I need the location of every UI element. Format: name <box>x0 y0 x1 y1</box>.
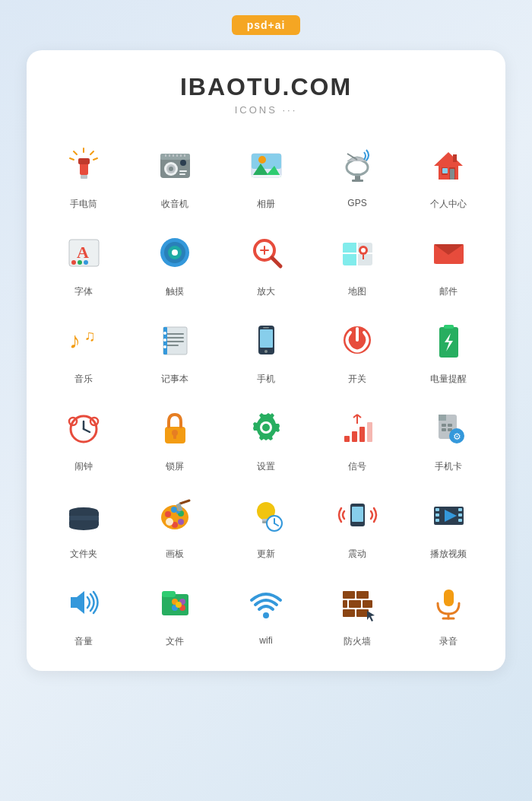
svg-rect-134 <box>435 519 439 522</box>
icon-item-vibrate: 震动 <box>315 488 399 561</box>
svg-rect-1 <box>78 158 90 164</box>
icon-label-signal: 信号 <box>348 460 366 473</box>
svg-point-42 <box>84 260 88 265</box>
svg-point-112 <box>69 523 98 530</box>
icon-item-phone: 手机 <box>224 313 308 386</box>
svg-line-5 <box>90 151 93 154</box>
svg-text:♪: ♪ <box>69 328 81 353</box>
svg-point-41 <box>78 260 82 265</box>
icon-label-radio: 收音机 <box>161 198 188 211</box>
icon-item-touch: 触摸 <box>133 226 217 298</box>
icon-label-font: 字体 <box>74 285 93 298</box>
svg-rect-151 <box>349 600 361 608</box>
svg-point-148 <box>263 612 269 618</box>
svg-point-73 <box>163 345 166 348</box>
icon-label-vibrate: 震动 <box>348 548 366 561</box>
svg-point-24 <box>258 156 266 164</box>
svg-rect-11 <box>169 154 170 157</box>
icon-item-firewall: 防火墙 <box>315 576 399 648</box>
icon-label-profile: 个人中心 <box>430 198 467 211</box>
icon-label-power: 开关 <box>348 373 366 386</box>
icon-item-map: 地图 <box>315 226 399 298</box>
icon-label-map: 地图 <box>348 285 366 298</box>
svg-rect-37 <box>442 168 448 173</box>
svg-marker-32 <box>434 152 463 180</box>
svg-point-72 <box>163 339 166 342</box>
svg-point-119 <box>166 518 173 526</box>
svg-line-7 <box>93 158 97 160</box>
svg-rect-99 <box>367 422 372 442</box>
svg-point-92 <box>262 424 270 431</box>
svg-rect-27 <box>252 175 281 177</box>
main-card: IBAOTU.COM ICONS ··· 手电筒 <box>27 50 505 671</box>
svg-rect-137 <box>458 519 462 522</box>
svg-rect-152 <box>363 600 372 608</box>
svg-rect-90 <box>173 434 176 439</box>
icon-item-volume: 音量 <box>42 576 125 648</box>
svg-point-71 <box>163 332 166 335</box>
svg-rect-154 <box>343 609 355 617</box>
svg-rect-35 <box>453 154 457 162</box>
svg-text:♫: ♫ <box>84 327 96 344</box>
icon-item-record: 录音 <box>407 576 490 648</box>
svg-point-117 <box>178 519 184 525</box>
icon-item-file: 文件 <box>133 576 217 648</box>
svg-rect-29 <box>352 180 363 182</box>
svg-line-6 <box>70 158 74 160</box>
svg-point-40 <box>71 260 76 265</box>
icon-label-album: 相册 <box>257 198 275 211</box>
icon-label-mail: 邮件 <box>439 285 458 298</box>
icon-label-update: 更新 <box>257 548 275 561</box>
icon-item-wifi: wifi <box>224 576 308 648</box>
svg-text:⚙: ⚙ <box>453 431 461 442</box>
svg-marker-156 <box>367 611 375 621</box>
icon-label-simcard: 手机卡 <box>435 460 462 473</box>
svg-rect-96 <box>344 436 350 442</box>
icon-label-notepad: 记事本 <box>161 373 188 386</box>
svg-marker-139 <box>71 591 84 614</box>
svg-rect-12 <box>173 154 174 157</box>
svg-rect-2 <box>81 175 87 179</box>
svg-rect-23 <box>252 154 281 169</box>
svg-rect-67 <box>166 337 184 339</box>
svg-rect-9 <box>160 154 190 160</box>
svg-rect-103 <box>448 424 452 427</box>
svg-point-147 <box>176 602 182 608</box>
icon-item-radio: 收音机 <box>133 138 217 211</box>
svg-rect-15 <box>184 154 185 157</box>
svg-point-18 <box>169 167 173 171</box>
icon-label-music: 音乐 <box>74 373 93 386</box>
icon-label-firewall: 防火墙 <box>344 635 371 648</box>
icon-item-update: 更新 <box>224 488 308 561</box>
svg-point-46 <box>172 250 178 256</box>
icon-item-gps: GPS <box>315 138 399 211</box>
svg-point-57 <box>361 248 366 253</box>
icon-item-zoom: 放大 <box>224 226 308 298</box>
svg-rect-69 <box>166 345 179 346</box>
svg-rect-13 <box>176 154 178 157</box>
icon-label-video: 播放视频 <box>430 548 467 561</box>
svg-rect-157 <box>444 590 454 606</box>
svg-rect-141 <box>162 591 176 597</box>
icon-item-battery: 电量提醒 <box>407 313 490 386</box>
svg-rect-104 <box>442 428 446 431</box>
svg-rect-155 <box>356 609 369 617</box>
icon-label-touch: 触摸 <box>166 285 184 298</box>
svg-rect-36 <box>450 169 454 180</box>
icon-label-flashlight: 手电筒 <box>70 198 97 211</box>
icon-item-alarm: 闹钟 <box>42 401 125 473</box>
icon-item-lock: 锁屏 <box>133 401 217 473</box>
svg-point-19 <box>180 160 186 166</box>
svg-rect-75 <box>260 329 273 348</box>
svg-rect-66 <box>166 333 184 335</box>
icon-item-album: 相册 <box>224 138 308 211</box>
icon-item-signal: 信号 <box>315 401 399 473</box>
svg-rect-140 <box>162 594 188 615</box>
svg-rect-102 <box>442 424 446 427</box>
svg-point-114 <box>165 511 171 517</box>
svg-rect-21 <box>179 173 185 175</box>
icon-label-gps: GPS <box>347 198 366 208</box>
icon-label-phone: 手机 <box>257 373 275 386</box>
svg-rect-68 <box>166 341 184 342</box>
icon-label-wifi: wifi <box>259 635 272 646</box>
